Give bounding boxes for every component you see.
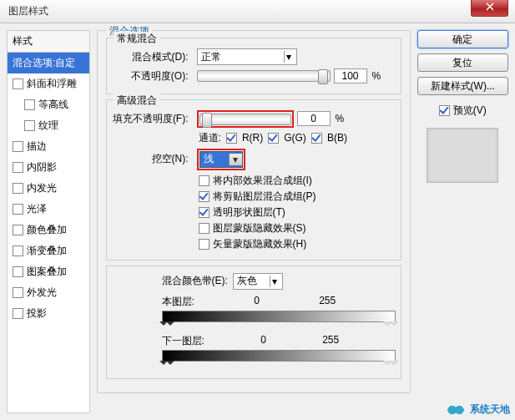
style-item-7[interactable]: 光泽 (8, 199, 89, 220)
adv-opt-checkbox-3[interactable] (199, 223, 210, 234)
center-panel: 混合选项 常规混合 混合模式(D): 正常 ▾ 不透明度(O): 100 % (97, 30, 411, 413)
chevron-down-icon: ▾ (270, 276, 279, 287)
preview-checkbox[interactable] (439, 105, 450, 116)
fill-opacity-slider[interactable] (199, 114, 291, 125)
blend-options-fieldset: 混合选项 常规混合 混合模式(D): 正常 ▾ 不透明度(O): 100 % (97, 30, 411, 393)
adv-opt-checkbox-1[interactable] (199, 191, 210, 202)
style-checkbox[interactable] (24, 120, 35, 131)
style-item-6[interactable]: 内发光 (8, 178, 89, 199)
under-layer-gradient[interactable] (162, 350, 396, 362)
style-checkbox[interactable] (13, 245, 23, 256)
this-layer-gradient[interactable] (162, 311, 396, 322)
general-blend-title: 常规混合 (114, 32, 160, 46)
advanced-blend-group: 高级混合 填充不透明度(F): 0 % 通道: R(R) G(G) B(B) 挖 (106, 99, 401, 261)
watermark: 系统天地 (447, 402, 510, 417)
preview-swatch (427, 128, 498, 183)
close-icon (486, 3, 494, 11)
style-checkbox[interactable] (13, 287, 23, 298)
opacity-slider[interactable] (197, 70, 331, 82)
blend-mode-label: 混合模式(D): (112, 50, 194, 64)
fill-opacity-highlight (197, 110, 294, 128)
style-checkbox[interactable] (24, 99, 35, 110)
style-item-8[interactable]: 颜色叠加 (8, 220, 89, 240)
style-checkbox[interactable] (13, 308, 23, 319)
ok-button[interactable]: 确定 (417, 30, 508, 48)
channel-r-checkbox[interactable] (226, 133, 237, 144)
right-panel: 确定 复位 新建样式(W)... 预览(V) (417, 30, 508, 413)
style-item-3[interactable]: 纹理 (8, 115, 89, 136)
styles-header: 样式 (8, 31, 89, 53)
general-blend-group: 常规混合 混合模式(D): 正常 ▾ 不透明度(O): 100 % (106, 38, 401, 94)
close-button[interactable] (471, 0, 508, 17)
opacity-value[interactable]: 100 (334, 68, 367, 83)
this-layer-label: 本图层: (162, 295, 194, 309)
channel-g-checkbox[interactable] (268, 133, 279, 144)
fill-opacity-value[interactable]: 0 (297, 111, 331, 126)
style-checkbox[interactable] (13, 204, 23, 215)
adv-opt-checkbox-2[interactable] (199, 207, 210, 218)
cancel-button[interactable]: 复位 (417, 53, 508, 72)
blend-mode-select[interactable]: 正常 ▾ (197, 48, 297, 65)
titlebar: 图层样式 (0, 0, 515, 23)
styles-panel: 样式 混合选项:自定斜面和浮雕等高线纹理描边内阴影内发光光泽颜色叠加渐变叠加图案… (7, 30, 90, 413)
style-item-4[interactable]: 描边 (8, 136, 89, 157)
chevron-down-icon: ▾ (284, 51, 293, 63)
style-item-11[interactable]: 外发光 (8, 282, 89, 303)
style-item-12[interactable]: 投影 (8, 303, 89, 324)
channels-label: 通道: (199, 131, 221, 145)
style-checkbox[interactable] (13, 225, 23, 235)
dialog-body: 样式 混合选项:自定斜面和浮雕等高线纹理描边内阴影内发光光泽颜色叠加渐变叠加图案… (0, 23, 515, 420)
chevron-down-icon: ▾ (229, 154, 242, 165)
knockout-label: 挖空(N): (112, 152, 194, 166)
style-checkbox[interactable] (13, 183, 23, 194)
style-item-10[interactable]: 图案叠加 (8, 261, 89, 282)
adv-opt-checkbox-4[interactable] (199, 239, 210, 250)
blend-if-group: 混合颜色带(E): 灰色 ▾ 本图层: 0 255 (106, 266, 401, 379)
window-title: 图层样式 (8, 4, 48, 18)
blendif-select[interactable]: 灰色 ▾ (233, 273, 283, 290)
style-checkbox[interactable] (13, 78, 23, 89)
advanced-blend-title: 高级混合 (114, 94, 160, 108)
style-checkbox[interactable] (13, 162, 23, 173)
watermark-icon (447, 403, 465, 417)
blendif-label: 混合颜色带(E): (162, 274, 228, 288)
opacity-label: 不透明度(O): (112, 69, 194, 83)
style-item-1[interactable]: 斜面和浮雕 (8, 73, 89, 94)
channel-b-checkbox[interactable] (311, 133, 322, 144)
under-layer-label: 下一图层: (162, 334, 204, 348)
knockout-highlight: 浅 ▾ (197, 149, 245, 170)
style-item-9[interactable]: 渐变叠加 (8, 240, 89, 261)
style-item-0[interactable]: 混合选项:自定 (8, 53, 89, 73)
adv-opt-checkbox-0[interactable] (199, 175, 210, 186)
preview-checkbox-row[interactable]: 预览(V) (417, 104, 508, 118)
style-item-2[interactable]: 等高线 (8, 94, 89, 115)
style-checkbox[interactable] (13, 266, 23, 277)
new-style-button[interactable]: 新建样式(W)... (417, 77, 508, 95)
style-checkbox[interactable] (13, 141, 23, 152)
style-item-5[interactable]: 内阴影 (8, 157, 89, 178)
knockout-select[interactable]: 浅 ▾ (199, 151, 243, 168)
fill-opacity-label: 填充不透明度(F): (112, 112, 194, 126)
